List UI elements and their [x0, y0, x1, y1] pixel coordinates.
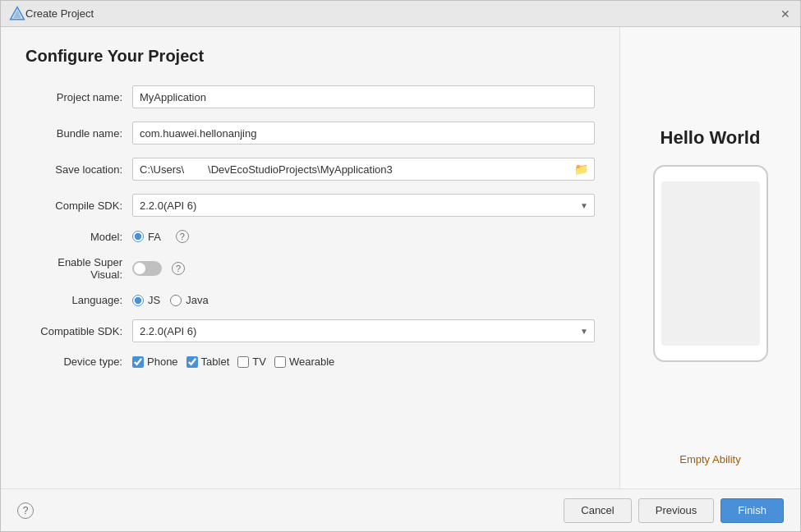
- language-js-radio[interactable]: JS: [132, 294, 160, 306]
- save-location-row: Save location: 📁: [25, 158, 595, 181]
- compile-sdk-select[interactable]: 2.2.0(API 6) 2.1.0(API 5): [132, 194, 595, 217]
- device-tv-checkbox[interactable]: TV: [237, 355, 266, 368]
- compatible-sdk-wrapper: 2.2.0(API 6) 2.1.0(API 5) ▼: [132, 319, 595, 342]
- device-tv-label: TV: [252, 355, 266, 368]
- project-name-label: Project name:: [25, 91, 132, 103]
- cancel-button[interactable]: Cancel: [564, 498, 631, 523]
- project-name-input[interactable]: [132, 85, 595, 108]
- compatible-sdk-row: Compatible SDK: 2.2.0(API 6) 2.1.0(API 5…: [25, 319, 595, 342]
- compatible-sdk-label: Compatible SDK:: [25, 325, 132, 337]
- title-bar: Create Project ✕: [1, 1, 800, 27]
- help-button[interactable]: ?: [17, 502, 34, 519]
- bottom-bar: ? Cancel Previous Finish: [1, 488, 800, 531]
- model-fa-radio[interactable]: FA: [132, 231, 161, 243]
- enable-super-visual-label: Enable Super Visual:: [25, 256, 132, 281]
- save-location-wrapper: 📁: [132, 158, 595, 181]
- ability-label: Empty Ability: [679, 453, 740, 472]
- model-radio-group: FA ?: [132, 230, 189, 243]
- save-location-input[interactable]: [132, 158, 595, 181]
- close-button[interactable]: ✕: [779, 7, 792, 21]
- compatible-sdk-select[interactable]: 2.2.0(API 6) 2.1.0(API 5): [132, 319, 595, 342]
- right-panel: Hello World Empty Ability: [619, 27, 800, 488]
- language-java-radio[interactable]: Java: [170, 294, 208, 306]
- language-js-label: JS: [148, 294, 160, 306]
- model-help-icon[interactable]: ?: [176, 230, 189, 243]
- project-name-row: Project name:: [25, 85, 595, 108]
- enable-super-visual-row: Enable Super Visual: ?: [25, 256, 595, 281]
- preview-area: Hello World: [628, 44, 792, 445]
- browse-icon[interactable]: 📁: [574, 163, 588, 176]
- preview-title: Hello World: [661, 127, 761, 149]
- compile-sdk-label: Compile SDK:: [25, 200, 132, 212]
- bundle-name-label: Bundle name:: [25, 127, 132, 140]
- bundle-name-input[interactable]: [132, 122, 595, 144]
- language-radio-group: JS Java: [132, 294, 209, 306]
- save-location-label: Save location:: [25, 163, 132, 176]
- device-phone-checkbox[interactable]: Phone: [132, 355, 178, 368]
- content-area: Configure Your Project Project name: Bun…: [1, 27, 800, 488]
- bundle-name-row: Bundle name:: [25, 122, 595, 144]
- language-label: Language:: [25, 294, 132, 306]
- window-title: Create Project: [25, 7, 779, 20]
- device-tablet-checkbox[interactable]: Tablet: [186, 355, 230, 368]
- app-logo: [9, 6, 25, 22]
- model-label: Model:: [25, 231, 132, 243]
- model-fa-label: FA: [148, 231, 161, 243]
- previous-button[interactable]: Previous: [638, 498, 715, 523]
- device-wearable-checkbox[interactable]: Wearable: [274, 355, 334, 368]
- language-java-label: Java: [186, 294, 208, 306]
- device-wearable-label: Wearable: [289, 355, 334, 368]
- compile-sdk-wrapper: 2.2.0(API 6) 2.1.0(API 5) ▼: [132, 194, 595, 217]
- device-tablet-label: Tablet: [201, 355, 230, 368]
- main-window: Create Project ✕ Configure Your Project …: [0, 0, 801, 532]
- left-panel: Configure Your Project Project name: Bun…: [1, 27, 619, 488]
- device-type-label: Device type:: [25, 355, 132, 368]
- language-row: Language: JS Java: [25, 294, 595, 306]
- action-buttons: Cancel Previous Finish: [564, 498, 784, 523]
- device-phone-label: Phone: [147, 355, 178, 368]
- preview-device: [653, 165, 768, 362]
- compile-sdk-row: Compile SDK: 2.2.0(API 6) 2.1.0(API 5) ▼: [25, 194, 595, 217]
- page-title: Configure Your Project: [25, 47, 595, 66]
- model-row: Model: FA ?: [25, 230, 595, 243]
- super-visual-help-icon[interactable]: ?: [172, 262, 185, 275]
- device-type-row: Device type: Phone Tablet TV: [25, 355, 595, 368]
- super-visual-toggle[interactable]: [132, 261, 162, 276]
- device-type-group: Phone Tablet TV Wearable: [132, 355, 334, 368]
- finish-button[interactable]: Finish: [720, 498, 784, 523]
- preview-screen: [661, 181, 760, 346]
